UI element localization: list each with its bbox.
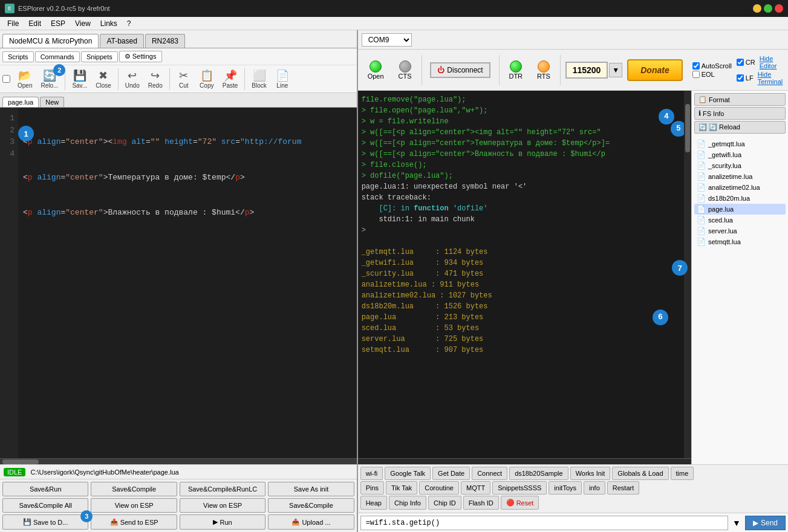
menu-esp[interactable]: ESP xyxy=(46,18,70,29)
tab-snippets[interactable]: Snippets xyxy=(81,51,118,62)
cr-checkbox[interactable]: CR Hide Editor xyxy=(737,55,783,70)
input-dropdown-icon[interactable]: ▼ xyxy=(731,517,743,529)
copy-button[interactable]: 📋 Copy xyxy=(196,68,218,90)
save-compile-runlc-button[interactable]: Save&Compile&RunLC xyxy=(180,482,265,496)
save-compile-all-button[interactable]: Save&Compile All xyxy=(2,498,88,513)
cmd-info[interactable]: info xyxy=(584,481,605,495)
send-button[interactable]: ▶ Send xyxy=(745,516,786,530)
cmd-wifi[interactable]: wi-fi xyxy=(360,467,383,480)
file-item-setmqtt[interactable]: 📄 setmqtt.lua xyxy=(694,236,786,247)
file-tab-page-lua[interactable]: page.lua xyxy=(2,97,39,107)
menu-help[interactable]: ? xyxy=(122,18,136,29)
tab-commands[interactable]: Commands xyxy=(35,51,80,62)
terminal-hscroll[interactable] xyxy=(358,458,691,464)
paste-button[interactable]: 📌 Paste xyxy=(219,68,242,90)
command-input[interactable] xyxy=(360,516,728,530)
file-item-scurity[interactable]: 📄 _scurity.lua xyxy=(694,160,786,171)
cmd-flash-id[interactable]: Flash ID xyxy=(463,496,499,510)
tab-settings[interactable]: ⚙ Settings xyxy=(119,51,162,62)
cmd-works-init[interactable]: Works Init xyxy=(570,467,611,480)
save-button[interactable]: 💾 Sav... xyxy=(68,68,91,90)
view-on-esp-1-button[interactable]: View on ESP xyxy=(91,498,177,513)
cmd-get-date[interactable]: Get Date xyxy=(432,467,470,480)
minimize-button[interactable] xyxy=(753,4,761,13)
file-item-sced[interactable]: 📄 sced.lua xyxy=(694,215,786,225)
cmd-init-toys[interactable]: initToys xyxy=(549,481,582,495)
file-item-getwifi[interactable]: 📄 _getwifi.lua xyxy=(694,149,786,160)
save-compile-button[interactable]: Save&Compile xyxy=(91,482,177,496)
save-as-init-button[interactable]: Save As init xyxy=(268,482,354,496)
file-item-page-lua[interactable]: 📄 page.lua xyxy=(694,204,786,215)
dtr-button[interactable]: DTR xyxy=(504,59,527,81)
donate-button[interactable]: Donate xyxy=(627,59,682,81)
cmd-heap[interactable]: Heap xyxy=(360,496,387,510)
file-item-server[interactable]: 📄 server.lua xyxy=(694,225,786,236)
redo-button[interactable]: ↪ Redo xyxy=(145,68,166,90)
code-editor[interactable]: 1 1 2 3 4 <p align="center"><img alt="" … xyxy=(0,108,357,464)
file-item-analizetime[interactable]: 📄 analizetime.lua xyxy=(694,171,786,182)
send-to-esp-button[interactable]: 📤 Send to ESP xyxy=(91,514,177,530)
block-button[interactable]: ⬜ Block xyxy=(248,68,270,90)
menu-links[interactable]: Links xyxy=(96,18,122,29)
cmd-tik-tak[interactable]: Tik Tak xyxy=(386,481,417,495)
tab-atbased[interactable]: AT-based xyxy=(100,34,143,48)
terminal-vscroll[interactable]: 7 xyxy=(684,91,691,458)
cmd-google-talk[interactable]: Google Talk xyxy=(385,467,431,480)
tab-rn2483[interactable]: RN2483 xyxy=(145,34,185,48)
eol-checkbox[interactable]: EOL xyxy=(692,71,732,78)
baud-rate-arrow[interactable]: ▼ xyxy=(609,63,622,77)
cmd-pins[interactable]: Pins xyxy=(360,481,384,495)
open-button[interactable]: 📂 Open xyxy=(14,68,36,90)
menu-edit[interactable]: Edit xyxy=(24,18,46,29)
format-button[interactable]: 📋 Format xyxy=(694,93,786,106)
editor-hscroll[interactable] xyxy=(0,458,357,464)
lf-checkbox[interactable]: LF Hide Terminal xyxy=(737,71,783,85)
window-controls[interactable] xyxy=(753,4,783,13)
save-run-button[interactable]: Save&Run xyxy=(2,482,88,496)
hide-terminal-link[interactable]: Hide Terminal xyxy=(758,71,783,85)
open-serial-button[interactable]: Open xyxy=(363,59,389,81)
checkbox-toolbar[interactable] xyxy=(2,75,10,83)
menu-view[interactable]: View xyxy=(70,18,96,29)
cmd-snippets-sssss[interactable]: SnippetsSSSS xyxy=(492,481,547,495)
code-text[interactable]: <p align="center"><img alt="" height="72… xyxy=(18,108,357,458)
undo-button[interactable]: ↩ Undo xyxy=(122,68,143,90)
hscroll-thumb[interactable] xyxy=(2,459,39,464)
cmd-reset[interactable]: 🔴 Reset xyxy=(501,496,539,510)
cmd-connect[interactable]: Connect xyxy=(472,467,507,480)
tab-scripts[interactable]: Scripts xyxy=(2,51,34,62)
reload-button[interactable]: 🔄 Relo... 2 xyxy=(37,68,62,90)
line-button[interactable]: 📄 Line xyxy=(272,68,293,90)
run-button[interactable]: ▶ Run xyxy=(180,514,265,530)
save-compile-2-button[interactable]: Save&Compile xyxy=(268,498,354,513)
maximize-button[interactable] xyxy=(764,4,772,13)
fs-info-button[interactable]: ℹ FS Info xyxy=(694,107,786,120)
rts-button[interactable]: RTS xyxy=(532,59,555,81)
com-port-select[interactable]: COM9 xyxy=(362,33,412,47)
cmd-time[interactable]: time xyxy=(671,467,694,480)
file-tab-new[interactable]: New xyxy=(40,97,64,107)
terminal[interactable]: 4 5 file.remove("page.lua"); > file.open… xyxy=(358,91,684,458)
vscroll-thumb[interactable] xyxy=(685,104,690,152)
menu-file[interactable]: File xyxy=(2,18,24,29)
cmd-ds18b20sample[interactable]: ds18b20Sample xyxy=(509,467,568,480)
view-on-esp-2-button[interactable]: View on ESP xyxy=(180,498,265,513)
file-item-ds18b20m[interactable]: 📄 ds18b20m.lua xyxy=(694,193,786,204)
file-item-analizetime02[interactable]: 📄 analizetime02.lua xyxy=(694,182,786,193)
reload-fs-button[interactable]: 🔄 🔄 Reload xyxy=(694,121,786,134)
cmd-coroutine[interactable]: Coroutine xyxy=(419,481,459,495)
cmd-chip-info[interactable]: Chip Info xyxy=(389,496,426,510)
cmd-globals-load[interactable]: Globals & Load xyxy=(612,467,668,480)
code-content[interactable]: 1 2 3 4 <p align="center"><img alt="" he… xyxy=(0,108,357,458)
upload-button[interactable]: 📤 Upload ... xyxy=(268,514,354,530)
cmd-chip-id[interactable]: Chip ID xyxy=(428,496,461,510)
autoscroll-checkbox[interactable]: AutoScroll xyxy=(692,62,732,70)
close-button[interactable] xyxy=(775,4,783,13)
cts-button[interactable]: CTS xyxy=(394,59,417,81)
hide-editor-link[interactable]: Hide Editor xyxy=(760,55,783,70)
disconnect-button[interactable]: ⏻ Disconnect xyxy=(430,62,490,78)
cut-button[interactable]: ✂ Cut xyxy=(173,68,195,90)
cmd-mqtt[interactable]: MQTT xyxy=(461,481,490,495)
cmd-restart[interactable]: Restart xyxy=(607,481,639,495)
file-item-getmqtt[interactable]: 📄 _getmqtt.lua xyxy=(694,138,786,149)
